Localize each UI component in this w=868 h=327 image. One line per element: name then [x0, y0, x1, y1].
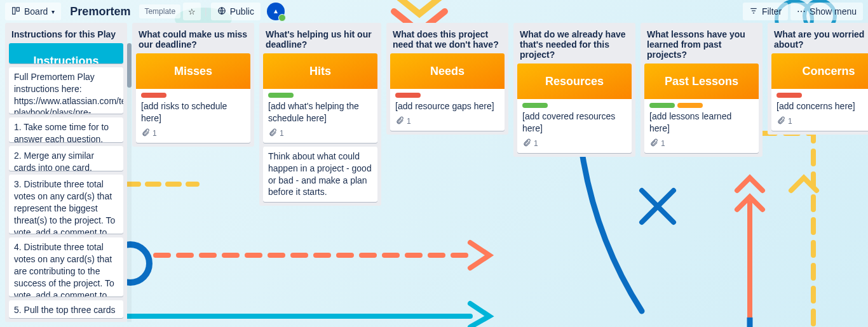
list-scroll-wrap: Concerns[add concerns here]1 [768, 53, 868, 135]
card-cover: Misses [136, 53, 250, 89]
list-scroll-wrap: Misses[add risks to schedule here]1 [132, 53, 254, 147]
card[interactable]: Needs[add resource gaps here]1 [390, 53, 505, 131]
view-switcher-label: Board [24, 6, 48, 17]
svg-rect-10 [17, 7, 19, 11]
header-right: Filter ⋯ Show menu [743, 3, 863, 20]
list-cards: Concerns[add concerns here]1 [768, 53, 868, 135]
card[interactable]: Think about what could happen in a proje… [263, 147, 377, 203]
star-icon: ☆ [188, 7, 196, 17]
board-header: Board ▾ Premortem Template ☆ | Public Fi… [0, 0, 868, 23]
list-cards: Misses[add risks to schedule here]1 [132, 53, 254, 147]
list: What are you worried about?Concerns[add … [768, 23, 868, 135]
card-labels [776, 93, 868, 98]
card[interactable]: Concerns[add concerns here]1 [771, 53, 868, 131]
list-cards: Needs[add resource gaps here]1 [386, 53, 508, 135]
attachment-icon [522, 138, 531, 149]
board-canvas[interactable]: Instructions for this PlayInstructionsFu… [0, 23, 868, 327]
card[interactable]: 4. Distribute three total votes on any c… [9, 237, 123, 297]
card-labels [395, 93, 499, 98]
card-text: 4. Distribute three total votes on any c… [14, 241, 118, 297]
card[interactable]: Hits[add what's helping the schedule her… [263, 53, 377, 143]
card[interactable]: 5. Pull the top three cards with the [9, 300, 123, 318]
attachment-count: 1 [661, 139, 665, 148]
card-text: [add covered resources here] [522, 110, 627, 135]
card[interactable]: Instructions [9, 43, 123, 63]
avatar[interactable] [267, 3, 285, 20]
attachment-count: 1 [534, 139, 538, 148]
card-cover: Concerns [771, 53, 868, 89]
card-badges: 1 [141, 128, 245, 139]
card-body: 2. Merge any similar cards into one card… [9, 146, 123, 171]
label-red[interactable] [141, 93, 166, 98]
star-button[interactable]: ☆ [183, 3, 201, 20]
card-badges: 1 [268, 128, 372, 139]
attachment-count: 1 [153, 129, 157, 138]
divider: | [203, 6, 208, 17]
card-cover: Needs [390, 53, 505, 89]
board-name[interactable]: Premortem [64, 5, 137, 18]
card-body: Think about what could happen in a proje… [263, 147, 377, 203]
list: What does this project need that we don'… [386, 23, 508, 135]
list: What's helping us hit our deadline?Hits[… [259, 23, 381, 206]
list-scroll-wrap: Hits[add what's helping the schedule her… [259, 53, 381, 206]
card[interactable]: Resources[add covered resources here]1 [517, 63, 632, 153]
attachment-count: 1 [407, 117, 411, 126]
list-header[interactable]: What lessons have you learned from past … [641, 23, 763, 63]
card[interactable]: Past Lessons[add lessons learned here]1 [644, 63, 759, 153]
list-header[interactable]: What's helping us hit our deadline? [259, 23, 381, 53]
list-header[interactable]: What does this project need that we don'… [386, 23, 508, 53]
visibility-button[interactable]: Public [211, 3, 261, 20]
list-scroll-wrap: Needs[add resource gaps here]1 [386, 53, 508, 135]
card-text: [add what's helping the schedule here] [268, 100, 372, 124]
label-green[interactable] [649, 103, 675, 108]
board-icon [11, 6, 20, 17]
list-cards: Hits[add what's helping the schedule her… [259, 53, 381, 206]
list-scrollbar[interactable] [127, 43, 132, 322]
list-header[interactable]: What could make us miss our deadline? [132, 23, 254, 53]
view-switcher-button[interactable]: Board ▾ [5, 3, 61, 20]
card-text: 3. Distribute three total votes on any c… [14, 178, 118, 234]
list-cards: InstructionsFull Premortem Play instruct… [5, 43, 127, 322]
list-cards: Past Lessons[add lessons learned here]1 [641, 63, 763, 157]
show-menu-button[interactable]: ⋯ Show menu [790, 3, 863, 20]
card-text: [add concerns here] [776, 100, 868, 112]
chevron-down-icon: ▾ [51, 8, 55, 15]
list: What lessons have you learned from past … [641, 23, 763, 157]
label-orange[interactable] [677, 103, 703, 108]
list-header[interactable]: What do we already have that's needed fo… [513, 23, 635, 63]
card[interactable]: Full Premortem Play instructions here: h… [9, 67, 123, 114]
card[interactable]: Misses[add risks to schedule here]1 [136, 53, 250, 143]
card-text: [add risks to schedule here] [141, 100, 245, 124]
card[interactable]: 1. Take some time for to answer each que… [9, 117, 123, 142]
attachment-icon [395, 116, 404, 127]
label-red[interactable] [395, 93, 421, 98]
label-green[interactable] [268, 93, 294, 98]
list-cards: Resources[add covered resources here]1 [513, 63, 635, 157]
attachment-icon [649, 138, 658, 149]
card[interactable]: 2. Merge any similar cards into one card… [9, 146, 123, 171]
template-badge[interactable]: Template [139, 4, 180, 18]
filter-button[interactable]: Filter [743, 3, 788, 20]
list-scroll-wrap: Resources[add covered resources here]1 [513, 63, 635, 157]
label-red[interactable] [776, 93, 802, 98]
card-cover: Resources [517, 63, 632, 99]
card-body: 5. Pull the top three cards with the [9, 300, 123, 318]
list-header[interactable]: What are you worried about? [768, 23, 868, 53]
list-header[interactable]: Instructions for this Play [5, 23, 127, 43]
card-body: [add risks to schedule here]1 [136, 89, 250, 143]
visibility-label: Public [230, 6, 254, 17]
attachment-count: 1 [788, 117, 792, 126]
card[interactable]: 3. Distribute three total votes on any c… [9, 175, 123, 234]
card-body: [add lessons learned here]1 [644, 99, 759, 153]
card-text: [add resource gaps here] [395, 100, 499, 112]
card-text: 2. Merge any similar cards into one card… [14, 150, 118, 171]
card-cover: Instructions [9, 43, 123, 63]
card-body: [add covered resources here]1 [517, 99, 632, 153]
label-green[interactable] [522, 103, 548, 108]
scrollbar-thumb[interactable] [127, 43, 132, 88]
attachment-icon [268, 128, 277, 139]
card-text: 1. Take some time for to answer each que… [14, 121, 118, 142]
card-body: [add resource gaps here]1 [390, 89, 505, 131]
card-badges: 1 [395, 116, 499, 127]
card-labels [649, 103, 754, 108]
